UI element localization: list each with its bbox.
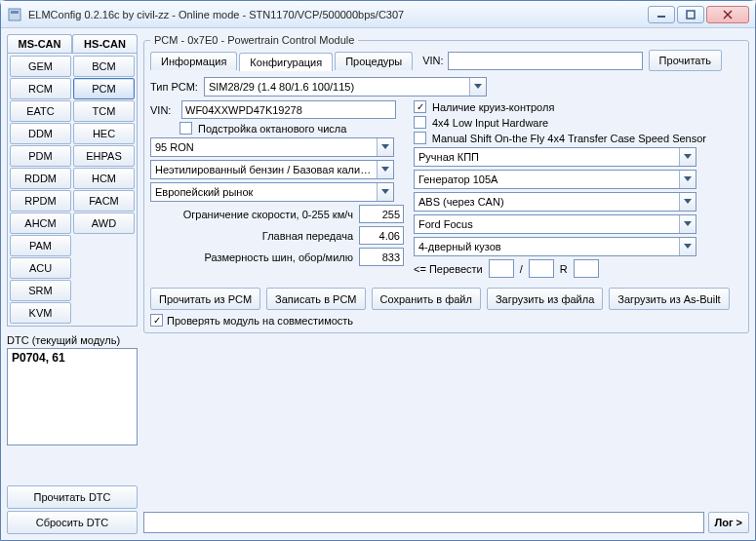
octane-adjust-label: Подстройка октанового числа (198, 123, 346, 135)
tire-rim-input[interactable] (574, 259, 599, 278)
tab-proc[interactable]: Процедуры (335, 52, 413, 70)
tire-size-label: Размерность шин, обор/милю (204, 251, 353, 263)
speed-limit-label: Ограничение скорости, 0-255 км/ч (183, 209, 353, 220)
tab-config[interactable]: Конфигурация (239, 53, 333, 71)
dtc-list[interactable]: P0704, 61 (7, 348, 138, 445)
svg-rect-0 (9, 9, 20, 20)
cruise-label: Наличие круиз-контроля (432, 101, 554, 113)
module-button-ddm[interactable]: DDM (10, 123, 71, 144)
module-button-rcm[interactable]: RCM (10, 78, 71, 99)
module-button-facm[interactable]: FACM (73, 190, 135, 212)
chevron-down-icon (377, 161, 393, 178)
module-button-awd[interactable]: AWD (73, 213, 135, 234)
chevron-down-icon (679, 193, 696, 211)
chevron-down-icon (679, 215, 696, 233)
gen-select[interactable]: Генератор 105A (414, 170, 696, 189)
tire-aspect-input[interactable] (529, 259, 554, 278)
maximize-button[interactable] (677, 6, 704, 23)
module-button-hec[interactable]: HEC (73, 123, 135, 144)
manual4x4-checkbox[interactable] (414, 132, 426, 144)
low4x4-checkbox[interactable] (414, 116, 426, 129)
vin2-input[interactable] (181, 100, 396, 119)
module-button-gem[interactable]: GEM (10, 56, 71, 77)
dtc-label: DTC (текущий модуль) (7, 334, 138, 346)
compat-label: Проверять модуль на совместимость (167, 315, 353, 327)
abs-select[interactable]: ABS (через CAN) (414, 192, 696, 212)
final-drive-input[interactable] (359, 226, 404, 245)
svg-rect-1 (11, 11, 19, 14)
bus-tab-hscan[interactable]: HS-CAN (72, 34, 138, 53)
pcm-type-label: Тип PCM: (150, 81, 198, 93)
module-button-ahcm[interactable]: AHCM (10, 213, 71, 234)
module-button-pdm[interactable]: PDM (10, 145, 71, 167)
svg-marker-11 (684, 176, 692, 181)
model-select[interactable]: Ford Focus (414, 214, 696, 234)
close-button[interactable] (706, 6, 749, 23)
chevron-down-icon (679, 148, 696, 166)
bus-tab-mscan[interactable]: MS-CAN (7, 34, 72, 53)
module-button-pcm[interactable]: PCM (73, 78, 135, 99)
octane-adjust-checkbox[interactable] (179, 122, 192, 135)
pcm-group: PCM - 0x7E0 - Powertrain Control Module … (143, 34, 749, 333)
svg-marker-9 (381, 189, 389, 194)
chevron-down-icon (377, 183, 393, 201)
svg-marker-8 (381, 167, 389, 172)
body-select[interactable]: 4-дверный кузов (414, 237, 696, 256)
chevron-down-icon (679, 171, 696, 188)
load-from-file-button[interactable]: Загрузить из файла (487, 288, 603, 310)
cruise-checkbox[interactable]: ✓ (414, 100, 426, 113)
reset-dtc-button[interactable]: Сбросить DTC (7, 511, 138, 534)
module-button-srm[interactable]: SRM (10, 280, 71, 301)
svg-marker-6 (474, 84, 482, 89)
vin2-label: VIN: (150, 104, 176, 116)
chevron-down-icon (377, 138, 393, 156)
svg-rect-3 (687, 11, 695, 19)
vin-top-input[interactable] (448, 52, 643, 70)
manual4x4-label: Manual Shift On-the Fly 4x4 Transfer Cas… (432, 133, 706, 144)
read-from-pcm-button[interactable]: Прочитать из PCM (150, 288, 260, 310)
pcm-type-select[interactable]: SIM28/29 (1.4 80/1.6 100/115) (204, 77, 487, 97)
svg-marker-13 (684, 221, 692, 226)
tire-width-input[interactable] (489, 259, 514, 278)
log-toggle-button[interactable]: Лог > (708, 512, 750, 533)
convert-label[interactable]: <= Перевести (414, 263, 483, 275)
module-button-tcm[interactable]: TCM (73, 100, 135, 122)
market-select[interactable]: Европейский рынок (150, 182, 394, 202)
fuel-select[interactable]: Неэтилированный бензин / Базовая калибро (150, 160, 394, 179)
chevron-down-icon (469, 78, 486, 96)
load-from-asbuilt-button[interactable]: Загрузить из As-Built (609, 288, 729, 310)
titlebar: ELMConfig 0.2.16c by civil-zz - Online m… (1, 1, 755, 28)
trans-select[interactable]: Ручная КПП (414, 147, 696, 167)
low4x4-label: 4x4 Low Input Hardware (432, 117, 548, 129)
module-button-ehpas[interactable]: EHPAS (73, 145, 135, 167)
module-button-eatc[interactable]: EATC (10, 100, 71, 122)
module-button-hcm[interactable]: HCM (73, 168, 135, 189)
speed-limit-input[interactable] (359, 205, 404, 223)
module-button-acu[interactable]: ACU (10, 257, 71, 279)
svg-marker-12 (684, 199, 692, 204)
compat-checkbox[interactable]: ✓ (150, 314, 163, 327)
r-label: R (560, 263, 568, 275)
final-drive-label: Главная передача (262, 230, 353, 242)
tab-info[interactable]: Информация (150, 52, 237, 70)
log-field[interactable] (143, 512, 704, 533)
module-button-rddm[interactable]: RDDM (10, 168, 71, 189)
save-to-file-button[interactable]: Сохранить в файл (372, 288, 481, 310)
module-button-bcm[interactable]: BCM (73, 56, 135, 77)
read-button[interactable]: Прочитать (649, 50, 722, 71)
svg-marker-7 (381, 144, 389, 149)
read-dtc-button[interactable]: Прочитать DTC (7, 485, 138, 509)
write-to-pcm-button[interactable]: Записать в PCM (266, 288, 365, 310)
module-button-kvm[interactable]: KVM (10, 302, 71, 324)
svg-marker-14 (684, 244, 692, 249)
octane-select[interactable]: 95 RON (150, 137, 394, 157)
module-button-pam[interactable]: PAM (10, 235, 71, 256)
svg-marker-10 (684, 154, 692, 159)
vin-top-label: VIN: (422, 55, 443, 66)
tire-size-input[interactable] (359, 248, 404, 266)
sep-slash: / (520, 263, 523, 275)
minimize-button[interactable] (648, 6, 675, 23)
module-button-rpdm[interactable]: RPDM (10, 190, 71, 212)
app-icon (7, 7, 22, 22)
group-title: PCM - 0x7E0 - Powertrain Control Module (150, 34, 358, 46)
